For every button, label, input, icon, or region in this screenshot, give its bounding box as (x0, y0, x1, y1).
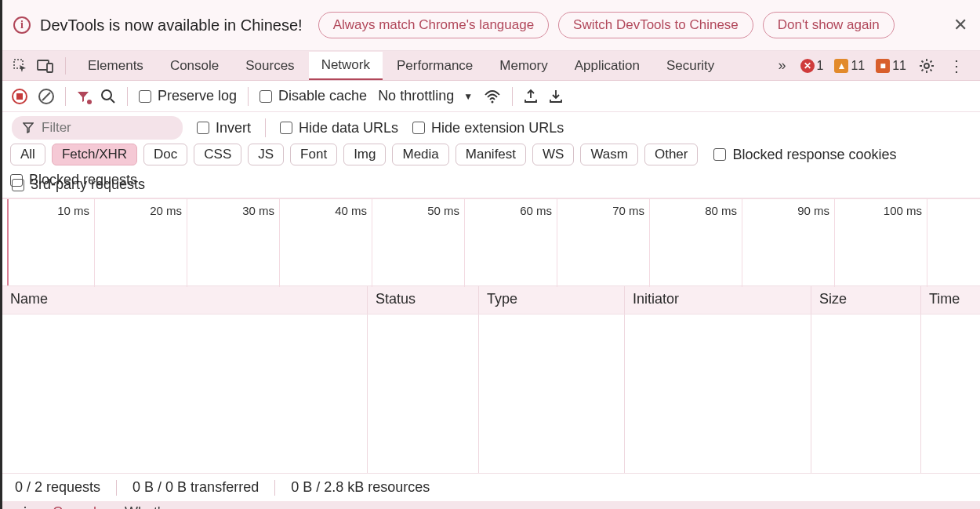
tab-security[interactable]: Security (654, 53, 727, 79)
chip-fetch-xhr[interactable]: Fetch/XHR (52, 144, 137, 165)
blocked-cookies-label: Blocked response cookies (732, 147, 896, 163)
hide-extension-urls-label: Hide extension URLs (431, 120, 564, 136)
banner-message: DevTools is now available in Chinese! (40, 16, 303, 35)
network-conditions-icon[interactable] (484, 89, 501, 104)
status-requests: 0 / 2 requests (15, 479, 100, 496)
tab-elements[interactable]: Elements (75, 53, 156, 79)
column-time[interactable]: Time (921, 286, 980, 314)
third-party-checkbox[interactable]: 3rd-party requests (12, 176, 145, 193)
inspect-element-icon[interactable] (12, 57, 29, 75)
tick-label: 70 ms (612, 204, 644, 217)
device-toolbar-icon[interactable] (37, 57, 54, 75)
svg-rect-2 (47, 64, 53, 72)
errors-count: 1 (817, 59, 824, 73)
issues-badge[interactable]: ■11 (876, 59, 906, 73)
dont-show-again-button[interactable]: Don't show again (763, 12, 895, 38)
svg-point-6 (492, 100, 494, 103)
column-type[interactable]: Type (479, 286, 625, 314)
tab-memory[interactable]: Memory (487, 53, 560, 79)
drawer-tab-console[interactable]: Console (53, 504, 104, 510)
third-party-label: 3rd-party requests (31, 176, 145, 193)
hide-data-urls-label: Hide data URLs (299, 120, 398, 136)
info-icon: i (13, 16, 31, 34)
warnings-badge[interactable]: ▲11 (834, 59, 865, 73)
column-status[interactable]: Status (368, 286, 479, 314)
filter-input[interactable] (42, 120, 136, 136)
hide-extension-urls-checkbox[interactable]: Hide extension URLs (412, 120, 564, 136)
panel-tabstrip: Elements Console Sources Network Perform… (2, 51, 980, 81)
tick-label: 100 ms (884, 204, 922, 217)
disable-cache-label: Disable cache (278, 88, 367, 104)
column-name[interactable]: Name (2, 286, 368, 314)
chip-css[interactable]: CSS (194, 144, 241, 165)
request-table-body (2, 314, 980, 473)
tick-label: 60 ms (520, 204, 552, 217)
tick-label: 90 ms (797, 204, 829, 217)
tick-label: 50 ms (427, 204, 459, 217)
tab-sources[interactable]: Sources (233, 53, 307, 79)
tab-performance[interactable]: Performance (384, 53, 485, 79)
drawer-menu-icon[interactable]: ⋮ (18, 504, 32, 509)
invert-checkbox[interactable]: Invert (197, 120, 251, 136)
tick-label: 80 ms (705, 204, 737, 217)
chip-media[interactable]: Media (392, 144, 448, 165)
drawer-tab-whats-new[interactable]: What's new (125, 504, 197, 510)
more-options-icon[interactable]: ⋮ (949, 56, 964, 75)
tick-label: 30 ms (242, 204, 274, 217)
always-match-button[interactable]: Always match Chrome's language (318, 12, 549, 38)
switch-language-button[interactable]: Switch DevTools to Chinese (558, 12, 753, 38)
request-table-header: Name Status Type Initiator Size Time (2, 286, 980, 314)
svg-line-5 (111, 99, 114, 103)
drawer-tabstrip: ⋮ Console What's new (2, 501, 980, 509)
divider (127, 87, 128, 106)
funnel-icon (23, 122, 34, 133)
chip-js[interactable]: JS (248, 144, 284, 165)
record-button[interactable] (12, 89, 27, 104)
status-transferred: 0 B / 0 B transferred (132, 479, 259, 496)
clear-button[interactable] (38, 89, 54, 104)
status-resources: 0 B / 2.8 kB resources (291, 479, 430, 496)
divider (65, 87, 66, 106)
tab-application[interactable]: Application (562, 53, 652, 79)
close-icon[interactable]: ✕ (952, 15, 969, 35)
settings-icon[interactable] (919, 58, 935, 74)
chip-all[interactable]: All (10, 144, 45, 165)
chip-font[interactable]: Font (290, 144, 337, 165)
preserve-log-label: Preserve log (158, 88, 237, 104)
network-toolbar: Preserve log Disable cache No throttling… (2, 81, 980, 112)
chip-doc[interactable]: Doc (143, 144, 187, 165)
import-har-icon[interactable] (524, 89, 538, 104)
filter-input-wrapper[interactable] (12, 116, 183, 140)
errors-badge[interactable]: ✕1 (800, 59, 824, 73)
chip-other[interactable]: Other (644, 144, 699, 165)
chip-manifest[interactable]: Manifest (456, 144, 526, 165)
column-size[interactable]: Size (811, 286, 921, 314)
hide-data-urls-checkbox[interactable]: Hide data URLs (280, 120, 398, 136)
divider (265, 118, 266, 137)
tab-network[interactable]: Network (309, 52, 383, 80)
preserve-log-checkbox[interactable]: Preserve log (139, 88, 237, 104)
issues-count: 11 (892, 59, 906, 73)
tick-label: 10 ms (57, 204, 89, 217)
svg-point-3 (924, 64, 929, 68)
timeline-overview[interactable]: 10 ms 20 ms 30 ms 40 ms 50 ms 60 ms 70 m… (2, 198, 980, 286)
column-initiator[interactable]: Initiator (625, 286, 811, 314)
disable-cache-checkbox[interactable]: Disable cache (260, 88, 367, 104)
warnings-count: 11 (851, 59, 865, 73)
throttling-select[interactable]: No throttling▼ (378, 88, 473, 104)
divider (512, 87, 513, 106)
search-icon[interactable] (100, 89, 116, 104)
chip-img[interactable]: Img (343, 144, 386, 165)
chip-wasm[interactable]: Wasm (580, 144, 638, 165)
invert-label: Invert (216, 120, 251, 136)
export-har-icon[interactable] (549, 89, 563, 104)
tab-console[interactable]: Console (158, 53, 231, 79)
status-bar: 0 / 2 requests 0 B / 0 B transferred 0 B… (2, 473, 980, 501)
divider (248, 87, 249, 106)
blocked-cookies-checkbox[interactable]: Blocked response cookies (713, 147, 896, 163)
filter-toggle-icon[interactable] (77, 90, 89, 103)
more-tabs-icon[interactable]: » (770, 57, 793, 74)
language-banner: i DevTools is now available in Chinese! … (2, 0, 980, 51)
throttling-label: No throttling (378, 88, 454, 104)
chip-ws[interactable]: WS (532, 144, 574, 165)
